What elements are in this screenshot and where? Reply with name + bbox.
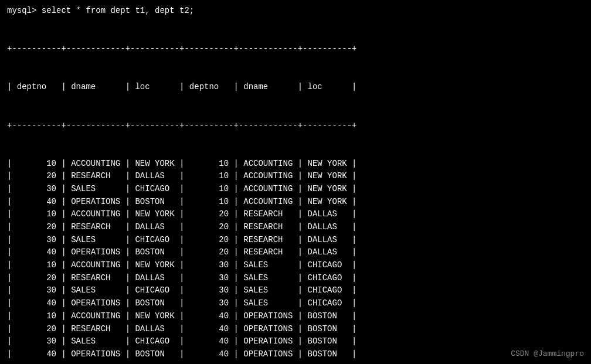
table-row: | 20 | RESEARCH | DALLAS | 10 | ACCOUNTI…: [7, 170, 584, 183]
watermark: CSDN @Jammingpro: [511, 349, 584, 358]
table-row: | 40 | OPERATIONS | BOSTON | 30 | SALES …: [7, 297, 584, 310]
table-row: | 40 | OPERATIONS | BOSTON | 10 | ACCOUN…: [7, 196, 584, 209]
table-row: | 30 | SALES | CHICAGO | 40 | OPERATIONS…: [7, 335, 584, 348]
command-line: mysql> select * from dept t1, dept t2;: [7, 6, 584, 15]
table-row: | 30 | SALES | CHICAGO | 30 | SALES | CH…: [7, 284, 584, 297]
separator-header: +----------+------------+----------+----…: [7, 120, 584, 132]
table-row: | 20 | RESEARCH | DALLAS | 30 | SALES | …: [7, 272, 584, 285]
sql-query: select * from dept t1, dept t2;: [36, 6, 194, 15]
mysql-prompt: mysql>: [7, 6, 36, 15]
separator-top: +----------+------------+----------+----…: [7, 43, 584, 56]
table-row: | 10 | ACCOUNTING | NEW YORK | 30 | SALE…: [7, 259, 584, 272]
table-output: +----------+------------+----------+----…: [7, 18, 584, 364]
table-row: | 20 | RESEARCH | DALLAS | 40 | OPERATIO…: [7, 323, 584, 336]
table-row: | 20 | RESEARCH | DALLAS | 20 | RESEARCH…: [7, 221, 584, 234]
table-header: | deptno | dname | loc | deptno | dname …: [7, 81, 584, 94]
table-rows: | 10 | ACCOUNTING | NEW YORK | 10 | ACCO…: [7, 158, 584, 361]
table-row: | 40 | OPERATIONS | BOSTON | 40 | OPERAT…: [7, 348, 584, 361]
table-row: | 30 | SALES | CHICAGO | 10 | ACCOUNTING…: [7, 183, 584, 196]
table-row: | 10 | ACCOUNTING | NEW YORK | 20 | RESE…: [7, 208, 584, 221]
table-row: | 10 | ACCOUNTING | NEW YORK | 40 | OPER…: [7, 310, 584, 323]
table-row: | 10 | ACCOUNTING | NEW YORK | 10 | ACCO…: [7, 158, 584, 171]
table-row: | 30 | SALES | CHICAGO | 20 | RESEARCH |…: [7, 234, 584, 247]
table-row: | 40 | OPERATIONS | BOSTON | 20 | RESEAR…: [7, 246, 584, 259]
